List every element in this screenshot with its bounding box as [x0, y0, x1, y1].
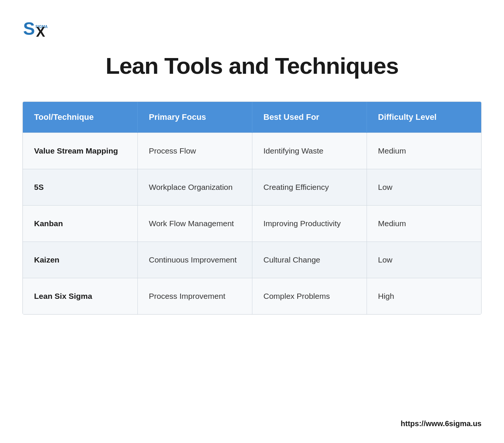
cell-best-1: Creating Efficiency — [252, 169, 367, 206]
page-wrapper: S SIGMA X Lean Tools and Techniques Tool… — [0, 0, 504, 443]
cell-difficulty-1: Low — [367, 169, 481, 206]
cell-focus-2: Work Flow Management — [137, 206, 252, 242]
logo-container: S SIGMA X — [22, 15, 60, 41]
table-header-row: Tool/Technique Primary Focus Best Used F… — [23, 102, 481, 133]
page-title: Lean Tools and Techniques — [22, 52, 482, 79]
cell-difficulty-3: Low — [367, 242, 481, 278]
cell-focus-0: Process Flow — [137, 133, 252, 169]
table-row: Lean Six SigmaProcess ImprovementComplex… — [23, 278, 481, 315]
table-row: KanbanWork Flow ManagementImproving Prod… — [23, 206, 481, 242]
cell-tool-1: 5S — [23, 169, 137, 206]
footer-url: https://www.6sigma.us — [401, 419, 482, 428]
cell-best-3: Cultural Change — [252, 242, 367, 278]
svg-text:X: X — [36, 24, 45, 39]
table-row: KaizenContinuous ImprovementCultural Cha… — [23, 242, 481, 278]
logo-area: S SIGMA X — [22, 15, 482, 41]
header-tool: Tool/Technique — [23, 102, 137, 133]
cell-best-0: Identifying Waste — [252, 133, 367, 169]
logo-icon: S SIGMA X — [22, 17, 60, 39]
cell-focus-1: Workplace Organization — [137, 169, 252, 206]
header-focus: Primary Focus — [137, 102, 252, 133]
cell-tool-0: Value Stream Mapping — [23, 133, 137, 169]
table-row: 5SWorkplace OrganizationCreating Efficie… — [23, 169, 481, 206]
lean-tools-table: Tool/Technique Primary Focus Best Used F… — [23, 102, 481, 314]
cell-difficulty-0: Medium — [367, 133, 481, 169]
cell-tool-3: Kaizen — [23, 242, 137, 278]
cell-tool-4: Lean Six Sigma — [23, 278, 137, 315]
cell-difficulty-4: High — [367, 278, 481, 315]
header-best: Best Used For — [252, 102, 367, 133]
cell-difficulty-2: Medium — [367, 206, 481, 242]
table-container: Tool/Technique Primary Focus Best Used F… — [22, 101, 482, 315]
cell-best-4: Complex Problems — [252, 278, 367, 315]
table-row: Value Stream MappingProcess FlowIdentify… — [23, 133, 481, 169]
cell-best-2: Improving Productivity — [252, 206, 367, 242]
table-body: Value Stream MappingProcess FlowIdentify… — [23, 133, 481, 315]
header-difficulty: Difficulty Level — [367, 102, 481, 133]
cell-tool-2: Kanban — [23, 206, 137, 242]
svg-text:S: S — [23, 19, 35, 39]
cell-focus-4: Process Improvement — [137, 278, 252, 315]
cell-focus-3: Continuous Improvement — [137, 242, 252, 278]
